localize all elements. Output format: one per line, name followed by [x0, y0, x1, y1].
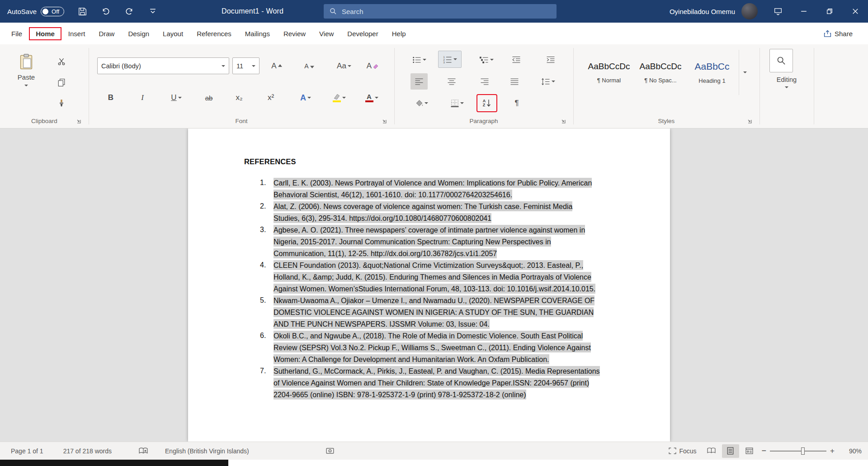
- page-indicator[interactable]: Page 1 of 1: [6, 447, 48, 455]
- tab-layout[interactable]: Layout: [156, 27, 190, 40]
- underline-button[interactable]: U: [164, 89, 189, 107]
- tab-developer[interactable]: Developer: [340, 27, 385, 40]
- align-left-button[interactable]: [410, 73, 428, 90]
- tab-review[interactable]: Review: [277, 27, 312, 40]
- share-button[interactable]: Share: [824, 23, 853, 44]
- bold-letter: B: [108, 93, 113, 102]
- italic-button[interactable]: I: [133, 89, 151, 107]
- tab-references[interactable]: References: [190, 27, 238, 40]
- word-window: AutoSave Off Document1 - Word Search: [0, 0, 868, 466]
- chevron-down-icon: [423, 59, 426, 61]
- ribbon-display-options-button[interactable]: [765, 0, 791, 23]
- editing-find-button[interactable]: [769, 49, 793, 72]
- redo-button[interactable]: [118, 0, 141, 23]
- font-color-button[interactable]: A: [359, 89, 384, 107]
- tab-design[interactable]: Design: [121, 27, 156, 40]
- tab-insert[interactable]: Insert: [61, 27, 92, 40]
- tab-draw[interactable]: Draw: [92, 27, 121, 40]
- reference-text[interactable]: Alat, Z. (2006). News coverage of violen…: [274, 200, 600, 224]
- styles-more-button[interactable]: [739, 50, 750, 95]
- increase-indent-button[interactable]: [542, 52, 559, 68]
- autosave-toggle[interactable]: AutoSave Off: [0, 7, 71, 16]
- style-normal[interactable]: AaBbCcDc ¶ Normal: [584, 50, 634, 95]
- ribbon: Paste Clipboard Calibri (Body): [0, 44, 868, 128]
- shading-bucket-icon: [415, 100, 423, 107]
- doc-heading[interactable]: REFERENCES: [244, 157, 602, 166]
- list-number: 4.: [260, 259, 274, 295]
- zoom-out-button[interactable]: −: [760, 446, 769, 456]
- change-case-button[interactable]: Aa: [332, 58, 356, 74]
- undo-button[interactable]: [94, 0, 118, 23]
- clear-formatting-button[interactable]: A: [363, 58, 382, 74]
- text-effects-button[interactable]: A: [293, 89, 318, 107]
- line-spacing-button[interactable]: [537, 73, 559, 90]
- word-count[interactable]: 217 of 218 words: [59, 447, 116, 455]
- zoom-slider[interactable]: [770, 444, 826, 458]
- show-hide-formatting-button[interactable]: ¶: [508, 95, 525, 111]
- minimize-button[interactable]: [791, 0, 816, 23]
- borders-button[interactable]: [447, 95, 467, 111]
- font-dialog-launcher[interactable]: [382, 118, 388, 124]
- bullet-list-icon: [412, 56, 421, 64]
- grow-font-button[interactable]: A: [267, 58, 287, 74]
- format-painter-button[interactable]: [53, 95, 70, 111]
- styles-dialog-launcher[interactable]: [747, 118, 753, 124]
- cut-button[interactable]: [53, 53, 70, 70]
- reference-text[interactable]: Sutherland, G., McCormack, A., Pirkis, J…: [274, 365, 600, 400]
- avatar[interactable]: [741, 3, 758, 19]
- tab-mailings[interactable]: Mailings: [238, 27, 277, 40]
- qat-customize-button[interactable]: [141, 0, 165, 23]
- tab-file[interactable]: File: [5, 27, 29, 40]
- shading-button[interactable]: [411, 95, 432, 111]
- proofing-errors-button[interactable]: [134, 447, 152, 455]
- align-right-button[interactable]: [476, 73, 493, 90]
- paragraph-dialog-launcher[interactable]: [561, 118, 567, 124]
- search-input[interactable]: Search: [324, 4, 557, 19]
- numbering-button[interactable]: 123: [438, 51, 462, 68]
- copy-button[interactable]: [53, 74, 70, 90]
- justify-button[interactable]: [506, 73, 523, 90]
- page[interactable]: REFERENCES 1. Carll, E. K. (2003). News …: [188, 128, 670, 442]
- strikethrough-button[interactable]: ab: [199, 89, 219, 107]
- web-layout-button[interactable]: [741, 444, 758, 458]
- reference-text[interactable]: Carll, E. K. (2003). News Portrayal of V…: [274, 177, 600, 200]
- superscript-button[interactable]: x²: [261, 89, 280, 107]
- focus-button[interactable]: Focus: [664, 447, 701, 455]
- autosave-switch[interactable]: Off: [41, 7, 64, 16]
- tab-home[interactable]: Home: [29, 27, 61, 40]
- reference-text[interactable]: Nkwam-Uwaoma A., Ojiakor – Umenze I., an…: [274, 295, 600, 330]
- print-layout-button[interactable]: [722, 444, 739, 458]
- font-name-select[interactable]: Calibri (Body): [97, 57, 229, 74]
- tab-view[interactable]: View: [312, 27, 340, 40]
- macro-record-button[interactable]: [321, 447, 339, 454]
- tab-help[interactable]: Help: [385, 27, 413, 40]
- zoom-in-button[interactable]: +: [828, 447, 836, 456]
- sort-button[interactable]: AZ: [477, 95, 496, 111]
- clipboard-dialog-launcher[interactable]: [76, 118, 82, 124]
- style-no-spacing[interactable]: AaBbCcDc ¶ No Spac...: [636, 50, 685, 95]
- font-color-icon: A: [365, 93, 373, 102]
- multilevel-list-button[interactable]: [476, 52, 497, 68]
- shrink-font-button[interactable]: A: [299, 58, 319, 74]
- editing-dropdown-button[interactable]: [760, 86, 814, 88]
- save-button[interactable]: [71, 0, 94, 23]
- zoom-slider-knob[interactable]: [801, 447, 805, 455]
- bold-button[interactable]: B: [102, 89, 120, 107]
- language-indicator[interactable]: English (British Virgin Islands): [160, 447, 254, 455]
- highlight-button[interactable]: [326, 89, 352, 107]
- reference-text[interactable]: CLEEN Foundation (2013). &quot;National …: [274, 259, 600, 295]
- bullets-button[interactable]: [409, 52, 429, 68]
- zoom-level[interactable]: 90%: [841, 447, 862, 455]
- reference-text[interactable]: Agbese, A. O. (2021). Three newspapers’ …: [274, 224, 600, 259]
- style-heading1[interactable]: AaBbCc Heading 1: [687, 50, 737, 95]
- subscript-button[interactable]: x₂: [230, 89, 249, 107]
- font-size-select[interactable]: 11: [232, 57, 259, 74]
- copy-icon: [57, 78, 66, 86]
- close-button[interactable]: [842, 0, 868, 23]
- reference-text[interactable]: Okoli B.C., and Ngwube A., (2018). The R…: [274, 330, 600, 365]
- center-button[interactable]: [443, 73, 460, 90]
- decrease-indent-button[interactable]: [508, 52, 525, 68]
- paste-button[interactable]: Paste: [12, 51, 41, 111]
- read-mode-button[interactable]: [703, 444, 720, 458]
- maximize-button[interactable]: [816, 0, 842, 23]
